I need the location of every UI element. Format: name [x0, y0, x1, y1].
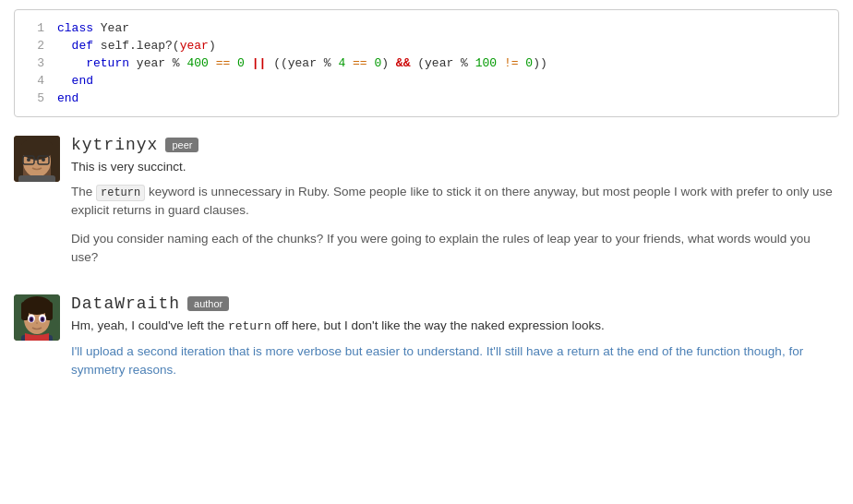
comment-intro: Hm, yeah, I could've left the return off…: [71, 318, 839, 333]
peer-badge: peer: [165, 138, 198, 152]
line-number: 5: [26, 91, 44, 105]
line-number: 3: [26, 56, 44, 70]
comment-header: kytrinyx peer: [71, 136, 839, 154]
inline-code: return: [96, 185, 145, 201]
code-line-2: 2 def self.leap?(year): [15, 37, 838, 54]
code-content: class Year: [57, 21, 129, 35]
code-content: end: [57, 74, 93, 88]
avatar: [14, 294, 60, 341]
avatar: [14, 136, 60, 182]
svg-point-10: [42, 158, 45, 162]
line-number: 2: [26, 39, 44, 53]
comment-item: DataWraith author Hm, yeah, I could've l…: [14, 294, 839, 380]
code-line-4: 4 end: [15, 72, 838, 90]
author-badge: author: [187, 296, 229, 311]
code-line-3: 3 return year % 400 == 0 || ((year % 4 =…: [15, 54, 838, 72]
svg-point-22: [30, 318, 33, 321]
code-content: def self.leap?(year): [57, 39, 216, 53]
comment-paragraph: Did you consider naming each of the chun…: [71, 230, 839, 268]
code-block: 1 class Year 2 def self.leap?(year) 3 re…: [14, 9, 839, 117]
comments-section: kytrinyx peer This is very succinct. The…: [14, 136, 839, 380]
svg-rect-11: [18, 175, 55, 182]
code-line-1: 1 class Year: [15, 19, 838, 37]
svg-point-17: [22, 296, 52, 315]
comment-paragraph: The return keyword is unnecessary in Rub…: [71, 183, 839, 221]
line-number: 1: [26, 21, 44, 35]
comment-item: kytrinyx peer This is very succinct. The…: [14, 136, 839, 276]
comment-paragraph-blue: I'll upload a second iteration that is m…: [71, 342, 839, 380]
comment-intro: This is very succinct.: [71, 160, 839, 174]
comment-body: DataWraith author Hm, yeah, I could've l…: [71, 294, 839, 380]
username: kytrinyx: [71, 136, 158, 154]
code-content: return year % 400 == 0 || ((year % 4 == …: [57, 56, 547, 70]
code-line-5: 5 end: [15, 90, 838, 107]
comment-body: kytrinyx peer This is very succinct. The…: [71, 136, 839, 276]
svg-point-23: [42, 318, 44, 321]
line-number: 4: [26, 74, 44, 88]
username: DataWraith: [71, 294, 180, 313]
svg-point-9: [27, 158, 30, 162]
comment-header: DataWraith author: [71, 294, 839, 313]
code-content: end: [57, 91, 78, 105]
